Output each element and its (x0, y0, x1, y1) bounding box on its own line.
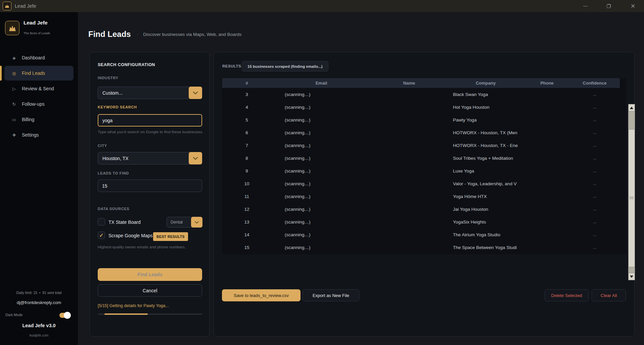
sidebar-item-find-leads[interactable]: ◎Find Leads (4, 66, 74, 81)
footer-separator: • (39, 291, 41, 295)
cell-email: (scanning…) (271, 88, 371, 101)
cell-company: Luxe Yoga (447, 164, 524, 177)
scrollbar-thumb[interactable] (628, 129, 635, 267)
sidebar-item-dashboard[interactable]: ◈Dashboard (4, 50, 74, 65)
cell-num: 11 (222, 190, 271, 203)
sidebar-item-billing[interactable]: ▭Billing (4, 112, 74, 127)
tx-state-board-checkbox[interactable]: ✓ (98, 218, 105, 226)
scrape-google-maps-label: Scrape Google Maps (108, 233, 153, 238)
cell-phone (524, 126, 569, 139)
sidebar-item-review-send[interactable]: ▷Review & Send (4, 81, 74, 96)
active-accent-bar (0, 66, 2, 81)
cell-num: 6 (222, 126, 271, 139)
keyword-input[interactable] (98, 114, 202, 127)
save-csv-button[interactable]: Save to leads_to_review.csv (222, 289, 301, 301)
column-header-email[interactable]: Email (271, 78, 371, 88)
website-link[interactable]: leadjefe.com (0, 334, 78, 337)
scrape-google-maps-checkbox[interactable]: ✓ (98, 232, 105, 239)
close-button[interactable]: ✕ (625, 0, 641, 12)
table-row[interactable]: 14(scanning…)The Atrium Yoga Studio... (222, 228, 620, 241)
arrow-up-icon (630, 107, 633, 109)
results-table: #EmailNameCompanyPhoneConfidence 3(scann… (222, 78, 627, 254)
data-sources-help: Highest-quality owner emails and phone n… (98, 245, 205, 249)
find-leads-icon: ◎ (11, 71, 17, 76)
table-row[interactable]: 3(scanning…)Black Swan Yoga... (222, 88, 620, 101)
scrape-status-badge: 15 businesses scraped (finding emails...… (242, 61, 328, 71)
cell-company: Black Swan Yoga (447, 88, 524, 101)
table-row[interactable]: 8(scanning…)Soul Tribes Yoga + Meditatio… (222, 152, 620, 164)
city-label: CITY (98, 144, 107, 148)
arrow-down-icon (630, 276, 633, 278)
daily-limit: Daily limit: 15 (16, 291, 37, 295)
column-header-confidence[interactable]: Confidence (569, 78, 620, 88)
scroll-up-button[interactable] (628, 104, 635, 111)
cell-phone (524, 228, 569, 241)
follow-ups-icon: ↻ (11, 102, 17, 107)
cell-confidence: ... (569, 190, 620, 203)
sidebar-nav: ◈Dashboard◎Find Leads▷Review & Send↻Foll… (0, 50, 78, 143)
chevron-down-icon[interactable] (191, 217, 202, 228)
city-value: Houston, TX (98, 156, 129, 161)
delete-selected-button[interactable]: Delete Selected (545, 289, 589, 301)
progress-fill (104, 313, 148, 315)
cell-confidence: ... (569, 177, 620, 190)
cell-company: The Space Between Yoga Studi (447, 241, 524, 254)
chevron-down-icon[interactable] (189, 87, 202, 99)
industry-select[interactable]: Custom... (98, 87, 202, 99)
city-select[interactable]: Houston, TX (98, 152, 202, 164)
cell-confidence: ... (569, 241, 620, 254)
board-type-select[interactable]: Dental (167, 217, 202, 228)
cell-name (371, 228, 447, 241)
cell-confidence: ... (569, 101, 620, 113)
chevron-down-icon[interactable] (189, 152, 202, 164)
table-row[interactable]: 7(scanning…)HOTWORX - Houston, TX - Ene.… (222, 139, 620, 152)
column-header-name[interactable]: Name (371, 78, 447, 88)
column-header-phone[interactable]: Phone (524, 78, 569, 88)
cell-confidence: ... (569, 113, 620, 126)
dark-mode-toggle[interactable] (59, 313, 70, 318)
results-scrollbar[interactable] (628, 104, 635, 280)
sidebar-item-follow-ups[interactable]: ↻Follow-ups (4, 97, 74, 111)
cell-company: Hot Yoga Houston (447, 101, 524, 113)
titlebar: Lead Jefe ✕ (0, 0, 644, 12)
table-row[interactable]: 13(scanning…)YogaSix Heights... (222, 215, 620, 228)
table-row[interactable]: 9(scanning…)Luxe Yoga... (222, 164, 620, 177)
table-row[interactable]: 5(scanning…)Pawty Yoga... (222, 113, 620, 126)
restore-button[interactable] (601, 0, 616, 12)
data-sources-label: DATA SOURCES (98, 207, 129, 211)
keyword-label: KEYWORD SEARCH (98, 105, 137, 109)
table-row[interactable]: 12(scanning…)Jai Yoga Houston... (222, 203, 620, 215)
cancel-button[interactable]: Cancel (98, 284, 202, 297)
sidebar-item-settings[interactable]: ❖Settings (4, 128, 74, 142)
scroll-down-button[interactable] (628, 273, 635, 280)
table-row[interactable]: 15(scanning…)The Space Between Yoga Stud… (222, 241, 620, 254)
toggle-knob (64, 312, 71, 319)
cell-name (371, 139, 447, 152)
table-row[interactable]: 10(scanning…)Valor - Yoga, Leadership, a… (222, 177, 620, 190)
table-row[interactable]: 11(scanning…)Yoga Hōme HTX... (222, 190, 620, 203)
progress-status-text: [5/15] Getting details for Pawty Yoga... (98, 303, 169, 308)
cell-company: Soul Tribes Yoga + Meditation (447, 152, 524, 164)
cell-confidence: ... (569, 88, 620, 101)
table-row[interactable]: 4(scanning…)Hot Yoga Houston... (222, 101, 620, 113)
table-row[interactable]: 6(scanning…)HOTWORX - Houston, TX (Men..… (222, 126, 620, 139)
minimize-button[interactable] (578, 0, 593, 12)
cell-phone (524, 101, 569, 113)
settings-icon: ❖ (11, 133, 17, 138)
cell-num: 5 (222, 113, 271, 126)
cell-phone (524, 177, 569, 190)
results-panel: RESULTS 15 businesses scraped (finding e… (214, 52, 635, 337)
clear-all-button[interactable]: Clear All (592, 289, 626, 301)
page-title: Find Leads (88, 30, 131, 39)
column-header-num[interactable]: # (222, 78, 271, 88)
config-section-title: SEARCH CONFIGURATION (98, 62, 155, 67)
column-header-company[interactable]: Company (447, 78, 524, 88)
cell-confidence: ... (569, 215, 620, 228)
find-leads-button[interactable]: Find Leads (98, 268, 202, 281)
cell-num: 12 (222, 203, 271, 215)
cell-phone (524, 113, 569, 126)
review-send-icon: ▷ (11, 86, 17, 91)
cell-email: (scanning…) (271, 113, 371, 126)
export-new-file-button[interactable]: Export as New File (303, 289, 359, 301)
leads-to-find-input[interactable] (98, 180, 202, 192)
